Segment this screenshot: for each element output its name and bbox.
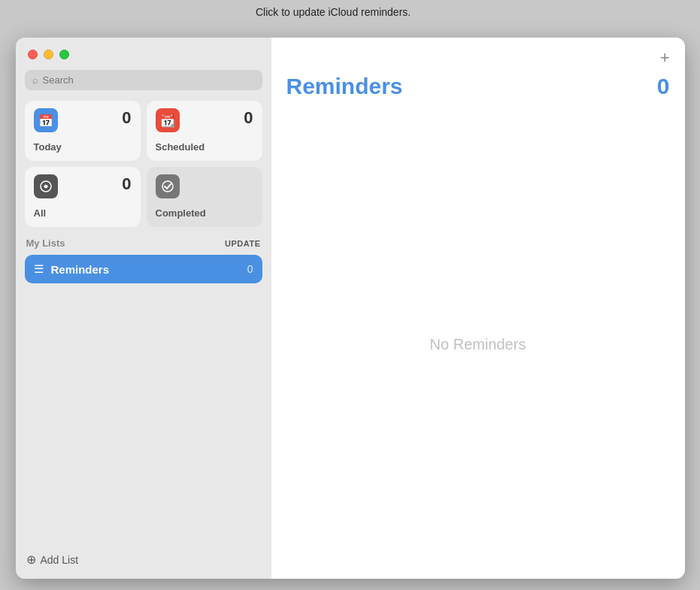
my-lists-label: My Lists [26,238,65,249]
main-title-row: Reminders 0 [286,74,670,99]
completed-icon [156,174,180,198]
sidebar-bottom: ⊕ Add List [25,542,262,570]
add-reminder-button[interactable]: + [660,50,670,66]
traffic-lights [25,50,262,59]
list-item-reminders[interactable]: ☰ Reminders 0 [25,255,262,283]
all-icon [34,174,58,198]
tooltip-text: Click to update iCloud reminders. [256,6,411,18]
today-count: 0 [122,108,131,128]
main-title: Reminders [286,74,403,99]
search-icon: ⌕ [32,74,38,86]
my-lists-header: My Lists UPDATE [25,238,262,249]
smart-lists-grid: 📅 0 Today 📆 0 Scheduled [25,101,262,227]
empty-state: No Reminders [286,122,670,567]
main-count: 0 [657,74,670,99]
smart-list-today[interactable]: 📅 0 Today [25,101,141,161]
sidebar: ⌕ 📅 0 Today 📆 0 [16,38,271,579]
list-item-label: Reminders [51,263,240,276]
today-icon: 📅 [34,108,58,132]
completed-label: Completed [156,207,253,219]
maximize-button[interactable] [59,50,69,59]
minimize-button[interactable] [44,50,53,59]
all-count: 0 [122,174,131,194]
smart-list-completed[interactable]: Completed [147,167,262,227]
list-icon: ☰ [34,262,44,276]
app-window: ⌕ 📅 0 Today 📆 0 [16,38,685,579]
search-bar[interactable]: ⌕ [25,70,262,90]
add-list-label: Add List [41,554,79,566]
list-item-count: 0 [247,263,253,275]
update-button[interactable]: UPDATE [225,239,260,248]
empty-state-text: No Reminders [430,336,526,353]
close-button[interactable] [28,50,38,59]
add-list-icon: ⊕ [26,552,36,567]
scheduled-icon: 📆 [156,108,180,132]
scheduled-label: Scheduled [156,141,253,153]
today-label: Today [34,141,132,153]
search-input[interactable] [43,74,255,86]
scheduled-count: 0 [244,108,253,128]
main-content: + Reminders 0 No Reminders [271,38,685,579]
all-label: All [34,207,132,219]
smart-list-scheduled[interactable]: 📆 0 Scheduled [147,101,262,161]
smart-list-all[interactable]: 0 All [25,167,141,227]
add-list-button[interactable]: ⊕ Add List [25,549,80,570]
main-toolbar: + [286,50,670,66]
